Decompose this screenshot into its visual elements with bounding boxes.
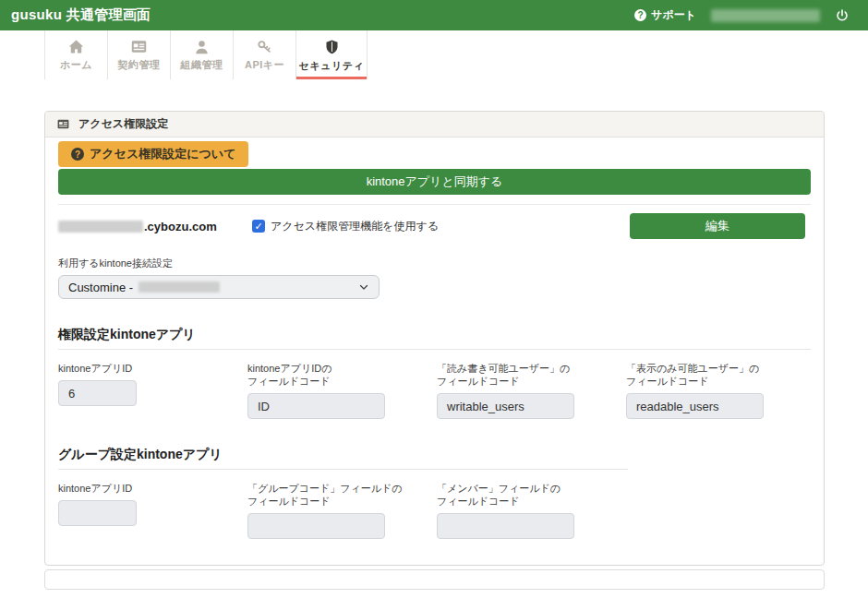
readable-users-input[interactable]: readable_users — [626, 393, 764, 419]
field-kintone-app-id: kintoneアプリID 6 — [58, 362, 247, 419]
redacted-connection-name — [139, 281, 220, 293]
list-alt-icon — [56, 118, 70, 130]
field-label: フィールドコード — [437, 495, 626, 508]
field-readable-users-code: 「表示のみ可能ユーザー」の フィールドコード readable_users — [626, 362, 815, 419]
support-label: サポート — [651, 7, 696, 23]
field-label: フィールドコード — [247, 495, 437, 508]
panel-body: ? アクセス権限設定について kintoneアプリと同期する .cybozu.c… — [45, 138, 824, 565]
kintone-app-id-input[interactable]: 6 — [58, 380, 137, 406]
tab-label: ホーム — [60, 58, 92, 72]
field-label: 「表示のみ可能ユーザー」の — [626, 362, 815, 375]
help-icon: ? — [71, 148, 84, 161]
field-group-code: 「グループコード」フィールドの フィールドコード — [247, 482, 437, 539]
contract-icon — [130, 39, 148, 54]
access-permission-panel: アクセス権限設定 ? アクセス権限設定について kintoneアプリと同期する … — [44, 111, 825, 566]
permission-fields: kintoneアプリID 6 kintoneアプリIDの フィールドコード ID… — [58, 362, 811, 419]
user-icon — [193, 39, 211, 54]
shield-icon — [324, 39, 340, 55]
sync-kintone-button[interactable]: kintoneアプリと同期する — [58, 169, 811, 195]
active-tab-indicator — [296, 77, 367, 79]
field-label: 「メンバー」フィールドの — [437, 482, 626, 495]
redacted-username — [711, 9, 820, 22]
domain-name: .cybozu.com — [58, 220, 252, 233]
field-label: フィールドコード — [437, 375, 626, 388]
support-link[interactable]: ? サポート — [634, 7, 696, 23]
divider — [58, 469, 628, 470]
about-access-permission-button[interactable]: ? アクセス権限設定について — [58, 141, 248, 167]
tab-api-key[interactable]: APIキー — [233, 30, 295, 79]
connection-selected-value: Customine - — [68, 281, 133, 294]
field-member-code: 「メンバー」フィールドの フィールドコード — [437, 482, 626, 539]
domain-suffix: .cybozu.com — [144, 220, 217, 233]
member-code-input[interactable] — [437, 513, 574, 539]
main-navigation: ホーム 契約管理 組織管理 APIキー — [0, 30, 868, 79]
page-content: アクセス権限設定 ? アクセス権限設定について kintoneアプリと同期する … — [0, 79, 868, 590]
edit-button[interactable]: 編集 — [630, 213, 805, 239]
tab-security[interactable]: セキュリティ — [295, 30, 368, 79]
tab-contract-management[interactable]: 契約管理 — [107, 30, 170, 79]
app-id-field-code-input[interactable]: ID — [247, 393, 385, 419]
divider — [58, 349, 811, 350]
tab-home[interactable]: ホーム — [44, 30, 107, 79]
connection-setting: 利用するkintone接続設定 Customine - — [58, 257, 811, 299]
group-app-id-input[interactable] — [58, 500, 137, 526]
panel-title: アクセス権限設定 — [78, 116, 168, 132]
field-label: 「読み書き可能ユーザー」の — [437, 362, 626, 375]
connection-label: 利用するkintone接続設定 — [58, 257, 811, 269]
field-label: 「グループコード」フィールドの — [247, 482, 437, 495]
field-label: フィールドコード — [626, 375, 815, 388]
field-group-app-id: kintoneアプリID — [58, 482, 247, 539]
app-title: gusuku 共通管理画面 — [11, 6, 151, 24]
tab-organization-management[interactable]: 組織管理 — [170, 30, 233, 79]
group-fields: kintoneアプリID 「グループコード」フィールドの フィールドコード 「メ… — [58, 482, 811, 539]
checkbox-checked-icon[interactable]: ✓ — [252, 220, 265, 233]
connection-select[interactable]: Customine - — [58, 275, 380, 299]
divider — [58, 204, 811, 205]
field-writable-users-code: 「読み書き可能ユーザー」の フィールドコード writable_users — [437, 362, 626, 419]
redacted-subdomain — [58, 221, 143, 233]
tab-label: 契約管理 — [118, 58, 161, 72]
field-label: kintoneアプリIDの — [247, 362, 437, 375]
help-icon: ? — [634, 9, 646, 21]
field-label: kintoneアプリID — [58, 482, 247, 495]
group-section-title: グループ設定kintoneアプリ — [58, 447, 811, 463]
tab-label: セキュリティ — [299, 59, 365, 73]
use-permission-checkbox[interactable]: ✓ アクセス権限管理機能を使用する — [252, 219, 439, 234]
logout-button[interactable] — [835, 8, 850, 23]
home-icon — [67, 39, 85, 54]
help-button-label: アクセス権限設定について — [90, 146, 235, 162]
chevron-down-icon — [358, 281, 369, 293]
writable-users-input[interactable]: writable_users — [437, 393, 574, 419]
key-icon — [256, 39, 273, 54]
field-app-id-field-code: kintoneアプリIDの フィールドコード ID — [247, 362, 437, 419]
topbar-right: ? サポート — [634, 7, 850, 23]
permission-section-title: 権限設定kintoneアプリ — [58, 327, 811, 343]
power-icon — [835, 8, 850, 23]
footer-panel — [44, 569, 825, 590]
panel-header: アクセス権限設定 — [45, 112, 824, 138]
topbar: gusuku 共通管理画面 ? サポート — [0, 0, 868, 30]
field-label: フィールドコード — [247, 375, 437, 388]
group-code-input[interactable] — [247, 513, 385, 539]
tab-label: APIキー — [245, 58, 284, 72]
tab-label: 組織管理 — [181, 58, 223, 72]
checkbox-label: アクセス権限管理機能を使用する — [271, 219, 439, 234]
domain-row: .cybozu.com ✓ アクセス権限管理機能を使用する 編集 — [58, 213, 811, 239]
field-label: kintoneアプリID — [58, 362, 247, 375]
